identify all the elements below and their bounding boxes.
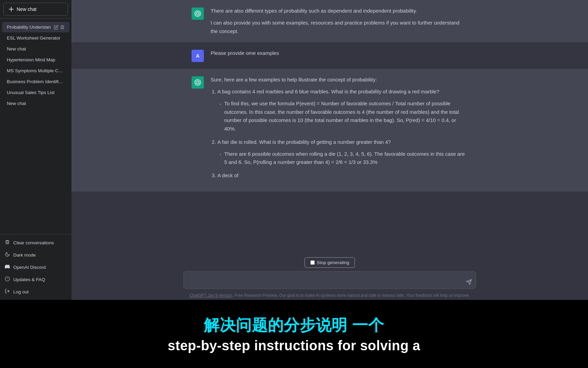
ai-avatar xyxy=(192,7,204,20)
sidebar-item-new-chat-1[interactable]: New chat xyxy=(2,44,69,54)
sidebar-item-label: MS Symptoms Multiple Choi… xyxy=(7,68,65,73)
discord-icon xyxy=(5,264,10,270)
sidebar-bottom: Clear conversations Dark mode OpenAI Dis… xyxy=(0,234,71,300)
sidebar-item-label: Business Problem Identificati… xyxy=(7,79,65,84)
new-chat-button[interactable]: New chat xyxy=(3,3,68,16)
user-avatar: A xyxy=(192,50,204,62)
subtitle-en: step-by-step instructions for solving a xyxy=(168,338,420,353)
chat-messages: There are also different types of probab… xyxy=(71,0,588,253)
footer-link[interactable]: ChatGPT Jan 9 Version xyxy=(190,293,232,298)
message-content: There are also different types of probab… xyxy=(211,7,468,35)
message-content: Please provide ome examples xyxy=(211,49,468,62)
sidebar-item-label: New chat xyxy=(7,46,65,51)
message-row: Sure, here are a few examples to help il… xyxy=(71,69,588,191)
input-row xyxy=(183,271,476,291)
message-row: There are also different types of probab… xyxy=(71,0,588,42)
new-chat-label: New chat xyxy=(17,6,36,12)
sidebar-item-business[interactable]: Business Problem Identificati… xyxy=(2,76,69,87)
sidebar-item-sales[interactable]: Unusual Sales Tips List xyxy=(2,87,69,98)
moon-icon xyxy=(5,252,10,258)
send-button[interactable] xyxy=(466,279,472,286)
sidebar-item-symptoms[interactable]: MS Symptoms Multiple Choi… xyxy=(2,65,69,76)
msg2-text: Please provide ome examples xyxy=(211,49,468,58)
sidebar-bottom-logout[interactable]: Log out xyxy=(0,286,71,298)
sidebar-item-new-chat-2[interactable]: New chat xyxy=(2,98,69,109)
info-icon xyxy=(5,276,10,282)
chat-input[interactable] xyxy=(183,271,476,289)
sidebar-bottom-label: OpenAI Discord xyxy=(13,265,46,270)
example-1: A bag contains 4 red marbles and 6 blue … xyxy=(217,88,468,133)
sidebar-item-probability[interactable]: Probability Understan xyxy=(2,22,69,32)
subtitle-cn: 解决问题的分步说明 一个 xyxy=(204,315,384,336)
main-chat: There are also different types of probab… xyxy=(71,0,588,300)
sidebar-item-label: Unusual Sales Tips List xyxy=(7,90,65,95)
msg1-p1: There are also different types of probab… xyxy=(211,7,468,15)
subtitle-bar: 解决问题的分步说明 一个 step-by-step instructions f… xyxy=(0,300,588,368)
message-content: Sure, here are a few examples to help il… xyxy=(211,76,468,185)
msg3-intro: Sure, here are a few examples to help il… xyxy=(211,76,468,84)
sidebar-list: Probability Understan ESL Worksheet Gene… xyxy=(0,19,71,234)
sidebar-item-label: New chat xyxy=(7,101,65,106)
chat-bottom: Stop generating ChatGPT Jan 9 Version. F… xyxy=(71,253,588,300)
sidebar-bottom-label: Updates & FAQ xyxy=(13,277,45,282)
sidebar-bottom-label: Log out xyxy=(13,289,29,294)
stop-generating-button[interactable]: Stop generating xyxy=(305,257,355,268)
sidebar: New chat Probability Understan ESL Works… xyxy=(0,0,71,300)
sidebar-item-hypertension[interactable]: Hypertension Mind Map xyxy=(2,55,69,65)
sidebar-bottom-label: Dark mode xyxy=(13,252,36,258)
delete-icon[interactable] xyxy=(60,25,65,30)
example-3: A deck of xyxy=(217,171,468,180)
example-2: A fair die is rolled. What is the probab… xyxy=(217,138,468,167)
sidebar-bottom-discord[interactable]: OpenAI Discord xyxy=(0,261,71,273)
sidebar-bottom-dark[interactable]: Dark mode xyxy=(0,249,71,261)
msg1-p2: I can also provide you with some example… xyxy=(211,19,468,36)
logout-icon xyxy=(5,289,10,295)
stop-checkbox[interactable] xyxy=(310,260,315,265)
sidebar-item-esl[interactable]: ESL Worksheet Generator xyxy=(2,33,69,43)
trash-icon xyxy=(5,240,10,246)
sidebar-item-label: Probability Understan xyxy=(7,25,52,30)
sidebar-bottom-label: Clear conversations xyxy=(13,240,54,245)
sidebar-item-label: Hypertension Mind Map xyxy=(7,57,65,62)
footer-text: ChatGPT Jan 9 Version. Free Research Pre… xyxy=(190,293,470,298)
ai-avatar xyxy=(192,76,204,89)
sidebar-bottom-clear[interactable]: Clear conversations xyxy=(0,236,71,249)
edit-icon[interactable] xyxy=(54,25,59,30)
sidebar-item-label: ESL Worksheet Generator xyxy=(7,35,65,41)
message-row: A Please provide ome examples xyxy=(71,42,588,69)
sidebar-bottom-updates[interactable]: Updates & FAQ xyxy=(0,273,71,286)
stop-label: Stop generating xyxy=(317,260,349,265)
